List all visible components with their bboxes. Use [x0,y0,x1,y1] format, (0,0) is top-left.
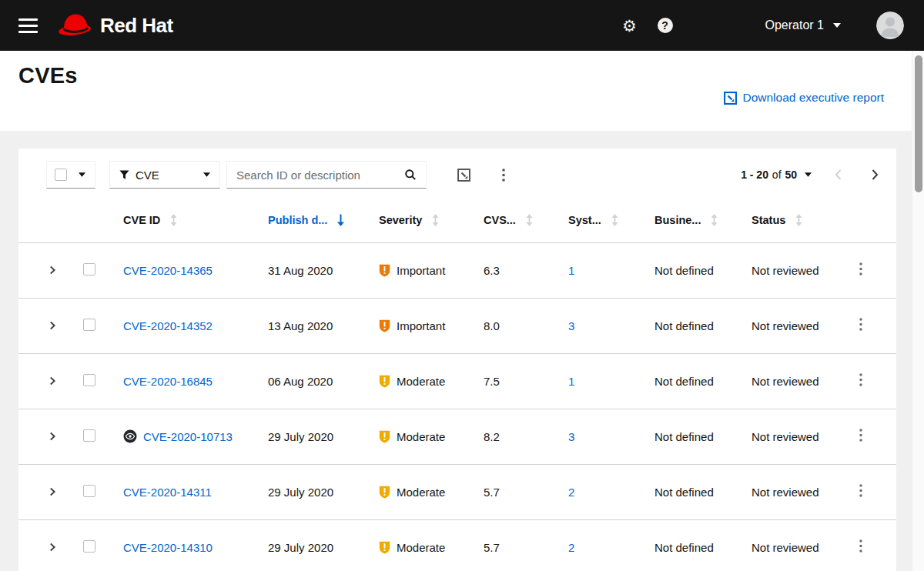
column-label: CVS... [484,214,516,226]
help-button[interactable]: ? [651,12,679,39]
cve-link[interactable]: CVE-2020-10713 [143,430,233,443]
business-risk-cell: Not defined [642,353,739,409]
column-header[interactable]: Publish d... [256,201,367,242]
search-button[interactable] [395,169,426,181]
table-row: CVE-2020-14352 13 Aug 2020 Important 8.0… [18,298,896,353]
sort-icon [169,214,178,226]
filter-selected-label: CVE [136,169,159,182]
cve-link[interactable]: CVE-2020-14365 [123,264,213,277]
nav-menu-button[interactable] [9,7,46,44]
scrollbar-thumb[interactable] [915,55,922,192]
expand-row-button[interactable] [45,262,60,278]
filter-type-dropdown[interactable]: CVE [109,161,220,189]
chevron-right-icon [48,265,57,275]
pagination-range: 1 - 20 [741,169,768,181]
expand-row-button[interactable] [45,539,60,555]
cve-table-card: CVE [18,149,896,571]
table-row: CVE-2020-10713 29 July 2020 Moderate 8.2… [18,409,896,464]
table-body: CVE-2020-14365 31 Aug 2020 Important 6.3… [18,242,896,571]
column-label: Severity [379,214,422,226]
table-row: CVE-2020-14365 31 Aug 2020 Important 6.3… [18,242,896,298]
row-kebab-button[interactable] [852,369,870,393]
row-kebab-button[interactable] [852,258,870,282]
column-header[interactable]: Status [739,201,841,242]
row-checkbox[interactable] [83,540,95,553]
next-page-button[interactable] [865,165,884,184]
table-toolbar: CVE [18,149,896,201]
status-cell: Not reviewed [739,353,841,409]
sort-desc-icon [336,214,345,226]
cve-link[interactable]: CVE-2020-14311 [123,486,212,499]
user-menu-toggle[interactable]: Operator 1 [765,18,841,32]
systems-count-link[interactable]: 3 [568,319,574,332]
row-checkbox[interactable] [83,429,95,442]
bulk-select-dropdown[interactable] [46,161,95,189]
row-kebab-button[interactable] [852,424,870,449]
expand-row-button[interactable] [45,484,60,499]
vertical-scrollbar[interactable] [912,51,924,571]
row-kebab-button[interactable] [852,479,870,504]
row-kebab-button[interactable] [852,313,870,338]
row-checkbox[interactable] [83,319,95,331]
severity-shield-icon [379,264,390,277]
column-label: Syst... [568,214,601,226]
main-content: CVE [0,131,924,571]
search-input[interactable] [227,162,395,188]
systems-count-link[interactable]: 3 [568,430,574,443]
severity-label: Moderate [397,375,445,388]
cve-link[interactable]: CVE-2020-14352 [123,319,213,332]
checkbox-column-header [74,201,111,242]
business-risk-cell: Not defined [642,242,739,298]
column-header[interactable]: CVS... [471,201,556,242]
bulk-select-checkbox[interactable] [55,169,67,181]
publish-date-cell: 29 July 2020 [256,519,367,571]
cve-link[interactable]: CVE-2020-16845 [123,375,213,388]
pagination: 1 - 20 of 50 [741,165,884,184]
question-circle-icon: ? [658,18,673,33]
systems-count-link[interactable]: 1 [568,264,574,277]
chevron-right-icon [48,487,57,496]
previous-page-button[interactable] [829,165,847,184]
column-label: Publish d... [268,214,327,226]
row-checkbox[interactable] [83,263,95,275]
column-header[interactable]: CVE ID [111,201,256,242]
expand-row-button[interactable] [45,373,60,389]
export-button[interactable] [450,161,477,189]
publish-date-cell: 06 Aug 2020 [256,353,367,409]
search-box [226,161,427,189]
pagination-menu-toggle[interactable]: 1 - 20 of 50 [741,169,812,181]
chevron-down-icon [203,172,210,177]
toolbar-kebab-button[interactable] [490,161,517,189]
column-header[interactable]: Syst... [556,201,642,242]
expand-row-button[interactable] [45,318,60,333]
export-icon [724,92,737,105]
expand-row-button[interactable] [45,429,60,444]
publish-date-cell: 13 Aug 2020 [256,298,367,353]
cvss-score-cell: 8.0 [471,298,556,353]
business-risk-cell: Not defined [642,464,739,519]
row-checkbox[interactable] [83,485,95,497]
severity-label: Moderate [397,541,445,554]
column-header[interactable]: Severity [367,201,471,242]
systems-count-link[interactable]: 2 [568,541,574,554]
row-checkbox[interactable] [83,374,95,386]
status-cell: Not reviewed [739,298,841,353]
publish-date-cell: 29 July 2020 [256,409,367,464]
actions-column-header [841,201,896,242]
row-kebab-button[interactable] [852,535,870,559]
redhat-logo[interactable]: Red Hat [57,11,173,40]
cve-link[interactable]: CVE-2020-14310 [123,541,213,554]
settings-button[interactable]: ⚙ [616,12,644,39]
systems-count-link[interactable]: 2 [568,486,574,499]
download-report-label: Download executive report [742,91,884,105]
export-icon [457,169,470,182]
column-header[interactable]: Busine... [642,201,739,242]
systems-count-link[interactable]: 1 [568,375,574,388]
avatar[interactable] [876,12,904,39]
chevron-right-icon [48,321,57,330]
status-cell: Not reviewed [739,409,841,464]
download-executive-report-link[interactable]: Download executive report [724,91,884,105]
cvss-score-cell: 5.7 [471,519,556,571]
kebab-icon [859,373,862,386]
status-cell: Not reviewed [739,519,841,571]
